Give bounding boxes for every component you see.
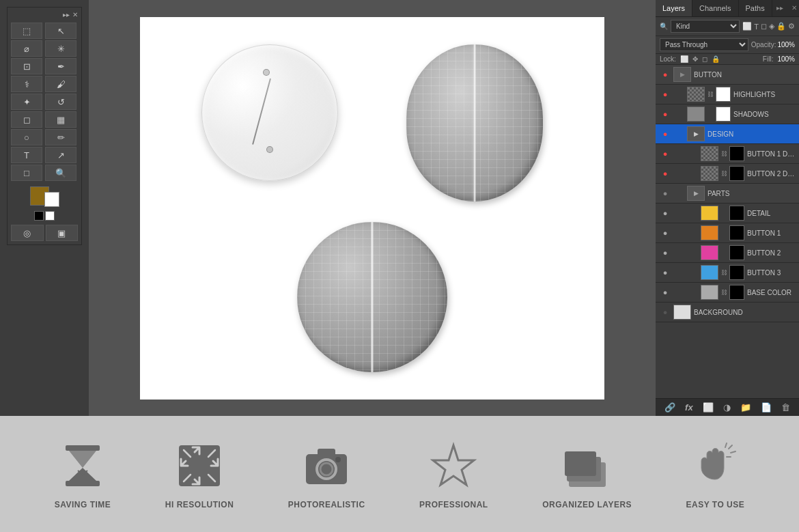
feature-photorealistic: PHOTOREALISTIC (288, 438, 365, 509)
fill-label: Fill: (763, 55, 774, 63)
tool-clone[interactable]: ✦ (11, 94, 42, 110)
panel-tabs: Layers Channels Paths ▸▸ ✕ (656, 0, 799, 17)
eye-BUTTON2[interactable]: ● (660, 247, 671, 258)
tool-path-select[interactable]: ↗ (45, 147, 76, 163)
tool-history-brush[interactable]: ↺ (45, 94, 76, 110)
tool-type[interactable]: T (11, 147, 42, 163)
eye-SHADOWS[interactable]: ● (660, 109, 671, 120)
eye-BUTTON[interactable]: ● (660, 69, 671, 80)
layer-BUTTON3[interactable]: ● ⛓ BUTTON 3 (656, 263, 799, 283)
gear-icon[interactable]: ⚙ (788, 22, 795, 31)
tool-dodge[interactable]: ○ (11, 129, 42, 145)
blend-mode-select[interactable]: Pass Through (660, 38, 748, 51)
lock-label: Lock: (660, 55, 676, 63)
eye-PARTS[interactable]: ● (660, 188, 671, 199)
layer-BUTTON2DESIGN[interactable]: ● ⛓ BUTTON 2 DESIGN (656, 164, 799, 184)
black-swatch[interactable] (34, 211, 44, 221)
button-canvas-container (140, 17, 604, 400)
tool-crop[interactable]: ⊡ (11, 58, 42, 74)
eye-BUTTON1DESIGN[interactable]: ● (660, 148, 671, 159)
layer-HIGHLIGHTS[interactable]: ● ⛓ HIGHLIGHTS (656, 85, 799, 104)
tool-pen[interactable]: ✏ (45, 129, 76, 145)
layer-DETAIL[interactable]: ● DETAIL (656, 204, 799, 223)
tool-zoom[interactable]: 🔍 (45, 165, 76, 181)
top-area: ▸▸ ✕ ⬚ ↖ ⌀ ✳ ⊡ ✒ ⚕ 🖌 ✦ ↺ ◻ (0, 0, 799, 416)
thumb-HIGHLIGHTS (687, 87, 705, 102)
layer-DESIGN[interactable]: ● ▶ DESIGN (656, 124, 799, 144)
panel-collapse-btn[interactable]: ▸▸ (772, 0, 787, 16)
fill-value[interactable]: 100% (777, 55, 795, 63)
tool-panel-header: ▸▸ ✕ (11, 11, 78, 18)
sewing-needle (252, 79, 271, 145)
tool-magic-wand[interactable]: ✳ (45, 40, 76, 57)
tab-paths[interactable]: Paths (739, 0, 772, 16)
tool-eyedropper[interactable]: ✒ (45, 58, 76, 74)
saving-time-icon (55, 438, 110, 493)
shape-icon[interactable]: ◻ (761, 22, 767, 31)
tool-brush[interactable]: 🖌 (45, 76, 76, 92)
color-swatches (11, 186, 78, 221)
mask-BUTTON3 (729, 265, 744, 280)
lock-icon[interactable]: 🔒 (776, 22, 786, 31)
tool-quick-mask[interactable]: ◎ (11, 225, 44, 241)
group-btn[interactable]: 📁 (740, 402, 751, 412)
eye-HIGHLIGHTS[interactable]: ● (660, 89, 671, 100)
add-mask-btn[interactable]: ⬜ (703, 402, 714, 412)
tab-layers[interactable]: Layers (656, 0, 692, 16)
professional-icon (426, 438, 481, 493)
layer-PARTS[interactable]: ● ▶ PARTS (656, 184, 799, 204)
lock-pos-btn[interactable]: ✥ (692, 55, 698, 63)
panel-close-btn[interactable]: ✕ (787, 0, 799, 16)
tool-marquee[interactable]: ⬚ (11, 23, 42, 39)
eye-BASECOLOR[interactable]: ● (660, 287, 671, 298)
eye-BUTTON3[interactable]: ● (660, 267, 671, 278)
adjustments-btn[interactable]: ◑ (723, 402, 731, 412)
tool-gradient[interactable]: ▦ (45, 111, 76, 128)
svg-rect-1 (66, 481, 100, 486)
kind-select[interactable]: Kind (671, 20, 740, 33)
panel-close-icon[interactable]: ✕ (72, 11, 78, 18)
link-layers-btn[interactable]: 🔗 (664, 402, 675, 412)
layer-BUTTON1DESIGN[interactable]: ● ⛓ BUTTON 1 DESIGN (656, 144, 799, 164)
layer-BUTTON1[interactable]: ● BUTTON 1 (656, 223, 799, 243)
eye-BACKGROUND[interactable]: ● (660, 307, 671, 318)
layer-BUTTON[interactable]: ● ▶ BUTTON (656, 65, 799, 85)
button-grid-oval (406, 44, 543, 201)
fx-btn[interactable]: fx (685, 402, 693, 412)
opacity-value[interactable]: 100% (777, 41, 795, 48)
tool-spot-heal[interactable]: ⚕ (11, 76, 42, 92)
delete-layer-btn[interactable]: 🗑 (781, 402, 790, 412)
tool-lasso[interactable]: ⌀ (11, 40, 42, 57)
eye-BUTTON2DESIGN[interactable]: ● (660, 168, 671, 179)
tab-channels[interactable]: Channels (692, 0, 738, 16)
mask-HIGHLIGHTS (716, 87, 731, 102)
lock-all-btn[interactable]: 🔒 (712, 55, 720, 63)
layer-name-BUTTON1DESIGN: BUTTON 1 DESIGN (747, 150, 795, 158)
tool-shape[interactable]: □ (11, 165, 42, 181)
white-swatch[interactable] (45, 211, 55, 221)
type-icon[interactable]: T (754, 23, 759, 31)
thumb-DESIGN: ▶ (687, 126, 705, 141)
layer-name-BUTTON: BUTTON (694, 71, 795, 79)
tool-screen-mode[interactable]: ▣ (46, 225, 79, 241)
eye-DESIGN[interactable]: ● (660, 128, 671, 139)
panel-collapse-icon[interactable]: ▸▸ (63, 11, 70, 18)
tool-eraser[interactable]: ◻ (11, 111, 42, 128)
canvas-area (89, 0, 656, 416)
lock-pixel-btn[interactable]: ⬜ (680, 55, 688, 63)
lock-art-btn[interactable]: ◻ (702, 55, 707, 63)
thumb-BUTTON1 (701, 225, 718, 240)
layer-BUTTON2[interactable]: ● BUTTON 2 (656, 243, 799, 263)
layer-SHADOWS[interactable]: ● SHADOWS (656, 104, 799, 124)
smart-icon[interactable]: ◈ (769, 22, 774, 31)
eye-BUTTON1[interactable]: ● (660, 227, 671, 238)
thumb-BUTTON1DESIGN (701, 146, 718, 161)
layer-BASECOLOR[interactable]: ● ⛓ BASE COLOR (656, 283, 799, 303)
new-layer-btn[interactable]: 📄 (761, 402, 772, 412)
background-color[interactable] (44, 192, 59, 207)
tool-move[interactable]: ↖ (45, 23, 76, 39)
eye-DETAIL[interactable]: ● (660, 208, 671, 219)
pixel-icon[interactable]: ⬜ (742, 22, 752, 31)
layer-BACKGROUND[interactable]: ● BACKGROUND (656, 303, 799, 322)
swatch-row (30, 186, 59, 207)
